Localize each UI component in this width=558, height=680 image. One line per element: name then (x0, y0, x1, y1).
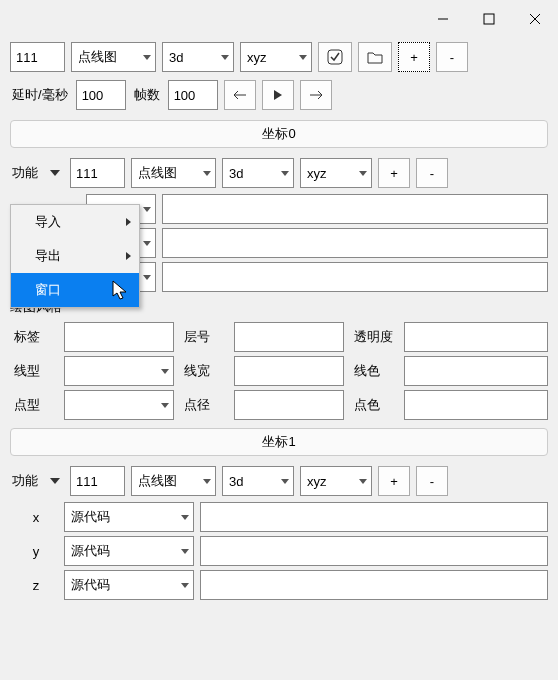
axes-select[interactable]: xyz (240, 42, 312, 72)
chart-type-value: 点线图 (78, 48, 117, 66)
coord1-x-value: 源代码 (71, 508, 110, 526)
forward-button[interactable] (300, 80, 332, 110)
coord0-axes-select[interactable]: xyz (300, 158, 372, 188)
chevron-down-icon (181, 515, 189, 520)
style-opacity-input[interactable] (404, 322, 548, 352)
coord0-chart-value: 点线图 (138, 164, 177, 182)
rewind-button[interactable] (224, 80, 256, 110)
style-linetype-label: 线型 (10, 362, 58, 380)
submenu-arrow-icon (126, 218, 131, 226)
style-linetype-select[interactable] (64, 356, 174, 386)
coord0-value-input[interactable] (70, 158, 125, 188)
play-icon (273, 89, 283, 101)
frames-input[interactable] (168, 80, 218, 110)
coord1-dim-select[interactable]: 3d (222, 466, 294, 496)
style-linewidth-input[interactable] (234, 356, 344, 386)
chevron-down-icon (203, 479, 211, 484)
chevron-down-icon (161, 403, 169, 408)
coord1-z-label: z (10, 578, 58, 593)
chevron-down-icon (161, 369, 169, 374)
minus-label: - (450, 50, 454, 65)
menu-item-window[interactable]: 窗口 (11, 273, 139, 307)
chevron-down-icon (203, 171, 211, 176)
chevron-down-icon (181, 549, 189, 554)
style-pointcolor-input[interactable] (404, 390, 548, 420)
svg-rect-1 (484, 14, 494, 24)
minus-label: - (430, 474, 434, 489)
chevron-down-icon (281, 479, 289, 484)
coord1-minus-button[interactable]: - (416, 466, 448, 496)
dropdown-arrow-icon[interactable] (50, 478, 60, 484)
frames-label: 帧数 (132, 86, 162, 104)
coord1-x-input[interactable] (200, 502, 548, 532)
coord1-chart-select[interactable]: 点线图 (131, 466, 216, 496)
coord1-title: 坐标1 (262, 433, 295, 451)
coord0-axes-value: xyz (307, 166, 327, 181)
coord1-x-select[interactable]: 源代码 (64, 502, 194, 532)
folder-icon (367, 50, 383, 64)
maximize-button[interactable] (466, 0, 512, 38)
style-pointsize-input[interactable] (234, 390, 344, 420)
dropdown-arrow-icon[interactable] (50, 170, 60, 176)
style-linecolor-input[interactable] (404, 356, 548, 386)
minus-button[interactable]: - (436, 42, 468, 72)
style-opacity-label: 透明度 (350, 328, 398, 346)
chevron-down-icon (143, 207, 151, 212)
axes-value: xyz (247, 50, 267, 65)
chart-type-select[interactable]: 点线图 (71, 42, 156, 72)
style-pointtype-select[interactable] (64, 390, 174, 420)
style-linewidth-label: 线宽 (180, 362, 228, 380)
coord1-z-input[interactable] (200, 570, 548, 600)
plus-label: + (390, 474, 398, 489)
menu-item-export[interactable]: 导出 (11, 239, 139, 273)
style-pointtype-label: 点型 (10, 396, 58, 414)
coord1-z-value: 源代码 (71, 576, 110, 594)
coord0-minus-button[interactable]: - (416, 158, 448, 188)
menu-import-label: 导入 (35, 213, 61, 231)
menu-window-label: 窗口 (35, 281, 61, 299)
style-layer-input[interactable] (234, 322, 344, 352)
chevron-down-icon (281, 171, 289, 176)
chevron-down-icon (181, 583, 189, 588)
coord0-x-input[interactable] (162, 194, 548, 224)
dim-value: 3d (169, 50, 183, 65)
coord1-value-input[interactable] (70, 466, 125, 496)
play-button[interactable] (262, 80, 294, 110)
svg-rect-4 (328, 50, 342, 64)
coord1-z-select[interactable]: 源代码 (64, 570, 194, 600)
delay-input[interactable] (76, 80, 126, 110)
coord0-z-input[interactable] (162, 262, 548, 292)
rewind-icon (233, 90, 247, 100)
check-button[interactable] (318, 42, 352, 72)
dim-select[interactable]: 3d (162, 42, 234, 72)
coord1-func-label: 功能 (10, 472, 40, 490)
coord1-dim-value: 3d (229, 474, 243, 489)
check-icon (327, 49, 343, 65)
chevron-down-icon (143, 241, 151, 246)
style-label-input[interactable] (64, 322, 174, 352)
coord1-header[interactable]: 坐标1 (10, 428, 548, 456)
coord0-dim-select[interactable]: 3d (222, 158, 294, 188)
chevron-down-icon (143, 55, 151, 60)
style-linecolor-label: 线色 (350, 362, 398, 380)
open-button[interactable] (358, 42, 392, 72)
coord0-header[interactable]: 坐标0 (10, 120, 548, 148)
coord0-y-input[interactable] (162, 228, 548, 258)
close-button[interactable] (512, 0, 558, 38)
top-value-input[interactable] (10, 42, 65, 72)
style-pointcolor-label: 点色 (350, 396, 398, 414)
style-label-label: 标签 (10, 328, 58, 346)
coord1-axes-select[interactable]: xyz (300, 466, 372, 496)
coord1-y-select[interactable]: 源代码 (64, 536, 194, 566)
coord1-plus-button[interactable]: + (378, 466, 410, 496)
coord1-axes-value: xyz (307, 474, 327, 489)
menu-item-import[interactable]: 导入 (11, 205, 139, 239)
minimize-button[interactable] (420, 0, 466, 38)
coord0-chart-select[interactable]: 点线图 (131, 158, 216, 188)
chevron-down-icon (359, 479, 367, 484)
coord1-y-input[interactable] (200, 536, 548, 566)
minus-label: - (430, 166, 434, 181)
chevron-down-icon (359, 171, 367, 176)
plus-button[interactable]: + (398, 42, 430, 72)
coord0-plus-button[interactable]: + (378, 158, 410, 188)
